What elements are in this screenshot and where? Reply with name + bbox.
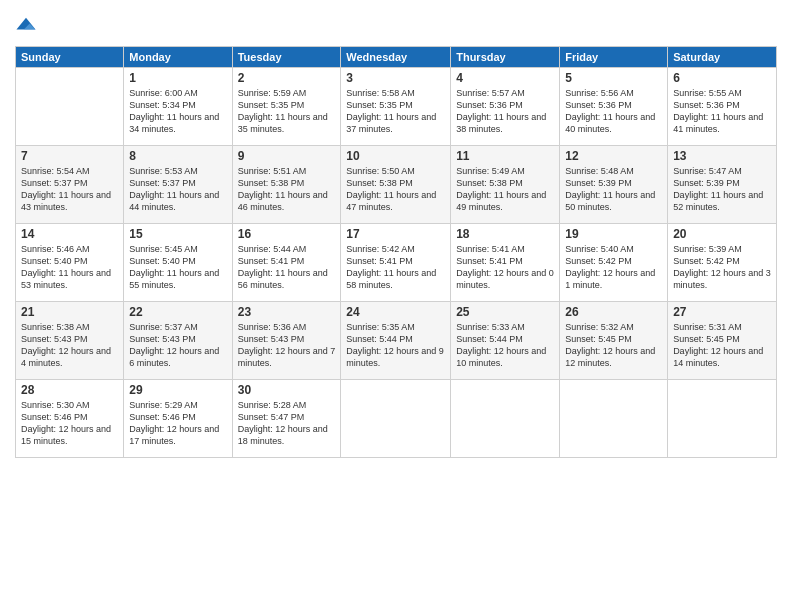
calendar-cell: 2Sunrise: 5:59 AMSunset: 5:35 PMDaylight… bbox=[232, 68, 341, 146]
calendar-page: SundayMondayTuesdayWednesdayThursdayFrid… bbox=[0, 0, 792, 612]
day-number: 15 bbox=[129, 227, 226, 241]
day-number: 14 bbox=[21, 227, 118, 241]
calendar-cell: 23Sunrise: 5:36 AMSunset: 5:43 PMDayligh… bbox=[232, 302, 341, 380]
day-number: 9 bbox=[238, 149, 336, 163]
day-info: Sunrise: 5:57 AMSunset: 5:36 PMDaylight:… bbox=[456, 87, 554, 136]
day-info: Sunrise: 5:45 AMSunset: 5:40 PMDaylight:… bbox=[129, 243, 226, 292]
day-info: Sunrise: 5:58 AMSunset: 5:35 PMDaylight:… bbox=[346, 87, 445, 136]
day-number: 24 bbox=[346, 305, 445, 319]
day-number: 12 bbox=[565, 149, 662, 163]
day-info: Sunrise: 5:39 AMSunset: 5:42 PMDaylight:… bbox=[673, 243, 771, 292]
calendar-cell: 9Sunrise: 5:51 AMSunset: 5:38 PMDaylight… bbox=[232, 146, 341, 224]
logo bbox=[15, 14, 39, 38]
day-number: 27 bbox=[673, 305, 771, 319]
calendar-cell: 7Sunrise: 5:54 AMSunset: 5:37 PMDaylight… bbox=[16, 146, 124, 224]
day-header-wednesday: Wednesday bbox=[341, 47, 451, 68]
day-info: Sunrise: 5:37 AMSunset: 5:43 PMDaylight:… bbox=[129, 321, 226, 370]
header bbox=[15, 10, 777, 38]
calendar-cell: 12Sunrise: 5:48 AMSunset: 5:39 PMDayligh… bbox=[560, 146, 668, 224]
day-number: 3 bbox=[346, 71, 445, 85]
day-header-monday: Monday bbox=[124, 47, 232, 68]
day-number: 29 bbox=[129, 383, 226, 397]
calendar-cell: 18Sunrise: 5:41 AMSunset: 5:41 PMDayligh… bbox=[451, 224, 560, 302]
calendar-cell: 16Sunrise: 5:44 AMSunset: 5:41 PMDayligh… bbox=[232, 224, 341, 302]
calendar-table: SundayMondayTuesdayWednesdayThursdayFrid… bbox=[15, 46, 777, 458]
day-info: Sunrise: 5:30 AMSunset: 5:46 PMDaylight:… bbox=[21, 399, 118, 448]
calendar-cell: 26Sunrise: 5:32 AMSunset: 5:45 PMDayligh… bbox=[560, 302, 668, 380]
day-info: Sunrise: 5:40 AMSunset: 5:42 PMDaylight:… bbox=[565, 243, 662, 292]
day-info: Sunrise: 5:33 AMSunset: 5:44 PMDaylight:… bbox=[456, 321, 554, 370]
day-number: 20 bbox=[673, 227, 771, 241]
day-info: Sunrise: 5:36 AMSunset: 5:43 PMDaylight:… bbox=[238, 321, 336, 370]
day-number: 5 bbox=[565, 71, 662, 85]
calendar-cell: 15Sunrise: 5:45 AMSunset: 5:40 PMDayligh… bbox=[124, 224, 232, 302]
day-number: 25 bbox=[456, 305, 554, 319]
calendar-cell: 22Sunrise: 5:37 AMSunset: 5:43 PMDayligh… bbox=[124, 302, 232, 380]
calendar-cell: 4Sunrise: 5:57 AMSunset: 5:36 PMDaylight… bbox=[451, 68, 560, 146]
day-info: Sunrise: 5:55 AMSunset: 5:36 PMDaylight:… bbox=[673, 87, 771, 136]
calendar-cell: 3Sunrise: 5:58 AMSunset: 5:35 PMDaylight… bbox=[341, 68, 451, 146]
day-info: Sunrise: 5:42 AMSunset: 5:41 PMDaylight:… bbox=[346, 243, 445, 292]
day-info: Sunrise: 5:59 AMSunset: 5:35 PMDaylight:… bbox=[238, 87, 336, 136]
day-info: Sunrise: 5:28 AMSunset: 5:47 PMDaylight:… bbox=[238, 399, 336, 448]
day-number: 22 bbox=[129, 305, 226, 319]
day-number: 17 bbox=[346, 227, 445, 241]
day-info: Sunrise: 5:41 AMSunset: 5:41 PMDaylight:… bbox=[456, 243, 554, 292]
day-info: Sunrise: 5:51 AMSunset: 5:38 PMDaylight:… bbox=[238, 165, 336, 214]
calendar-cell: 20Sunrise: 5:39 AMSunset: 5:42 PMDayligh… bbox=[668, 224, 777, 302]
calendar-cell: 17Sunrise: 5:42 AMSunset: 5:41 PMDayligh… bbox=[341, 224, 451, 302]
day-info: Sunrise: 5:47 AMSunset: 5:39 PMDaylight:… bbox=[673, 165, 771, 214]
day-info: Sunrise: 5:31 AMSunset: 5:45 PMDaylight:… bbox=[673, 321, 771, 370]
calendar-cell: 5Sunrise: 5:56 AMSunset: 5:36 PMDaylight… bbox=[560, 68, 668, 146]
day-number: 19 bbox=[565, 227, 662, 241]
day-info: Sunrise: 5:53 AMSunset: 5:37 PMDaylight:… bbox=[129, 165, 226, 214]
day-info: Sunrise: 5:54 AMSunset: 5:37 PMDaylight:… bbox=[21, 165, 118, 214]
logo-icon bbox=[15, 16, 37, 34]
day-header-friday: Friday bbox=[560, 47, 668, 68]
day-number: 30 bbox=[238, 383, 336, 397]
day-number: 13 bbox=[673, 149, 771, 163]
calendar-cell: 6Sunrise: 5:55 AMSunset: 5:36 PMDaylight… bbox=[668, 68, 777, 146]
calendar-cell: 21Sunrise: 5:38 AMSunset: 5:43 PMDayligh… bbox=[16, 302, 124, 380]
day-number: 11 bbox=[456, 149, 554, 163]
day-info: Sunrise: 5:46 AMSunset: 5:40 PMDaylight:… bbox=[21, 243, 118, 292]
day-header-thursday: Thursday bbox=[451, 47, 560, 68]
day-number: 8 bbox=[129, 149, 226, 163]
calendar-cell: 25Sunrise: 5:33 AMSunset: 5:44 PMDayligh… bbox=[451, 302, 560, 380]
day-number: 4 bbox=[456, 71, 554, 85]
day-info: Sunrise: 5:44 AMSunset: 5:41 PMDaylight:… bbox=[238, 243, 336, 292]
day-header-saturday: Saturday bbox=[668, 47, 777, 68]
day-number: 6 bbox=[673, 71, 771, 85]
calendar-cell: 19Sunrise: 5:40 AMSunset: 5:42 PMDayligh… bbox=[560, 224, 668, 302]
calendar-cell: 14Sunrise: 5:46 AMSunset: 5:40 PMDayligh… bbox=[16, 224, 124, 302]
day-number: 18 bbox=[456, 227, 554, 241]
day-info: Sunrise: 5:38 AMSunset: 5:43 PMDaylight:… bbox=[21, 321, 118, 370]
day-number: 21 bbox=[21, 305, 118, 319]
calendar-cell bbox=[341, 380, 451, 458]
day-number: 7 bbox=[21, 149, 118, 163]
calendar-cell: 29Sunrise: 5:29 AMSunset: 5:46 PMDayligh… bbox=[124, 380, 232, 458]
calendar-cell: 28Sunrise: 5:30 AMSunset: 5:46 PMDayligh… bbox=[16, 380, 124, 458]
day-number: 2 bbox=[238, 71, 336, 85]
day-info: Sunrise: 5:29 AMSunset: 5:46 PMDaylight:… bbox=[129, 399, 226, 448]
day-info: Sunrise: 6:00 AMSunset: 5:34 PMDaylight:… bbox=[129, 87, 226, 136]
day-number: 16 bbox=[238, 227, 336, 241]
calendar-cell bbox=[560, 380, 668, 458]
calendar-cell: 1Sunrise: 6:00 AMSunset: 5:34 PMDaylight… bbox=[124, 68, 232, 146]
calendar-cell bbox=[16, 68, 124, 146]
day-header-tuesday: Tuesday bbox=[232, 47, 341, 68]
day-info: Sunrise: 5:48 AMSunset: 5:39 PMDaylight:… bbox=[565, 165, 662, 214]
day-number: 23 bbox=[238, 305, 336, 319]
day-info: Sunrise: 5:32 AMSunset: 5:45 PMDaylight:… bbox=[565, 321, 662, 370]
calendar-cell: 27Sunrise: 5:31 AMSunset: 5:45 PMDayligh… bbox=[668, 302, 777, 380]
day-header-sunday: Sunday bbox=[16, 47, 124, 68]
day-number: 26 bbox=[565, 305, 662, 319]
calendar-cell: 8Sunrise: 5:53 AMSunset: 5:37 PMDaylight… bbox=[124, 146, 232, 224]
calendar-cell: 30Sunrise: 5:28 AMSunset: 5:47 PMDayligh… bbox=[232, 380, 341, 458]
day-info: Sunrise: 5:35 AMSunset: 5:44 PMDaylight:… bbox=[346, 321, 445, 370]
calendar-cell bbox=[451, 380, 560, 458]
calendar-cell: 13Sunrise: 5:47 AMSunset: 5:39 PMDayligh… bbox=[668, 146, 777, 224]
day-info: Sunrise: 5:49 AMSunset: 5:38 PMDaylight:… bbox=[456, 165, 554, 214]
calendar-cell bbox=[668, 380, 777, 458]
calendar-cell: 10Sunrise: 5:50 AMSunset: 5:38 PMDayligh… bbox=[341, 146, 451, 224]
